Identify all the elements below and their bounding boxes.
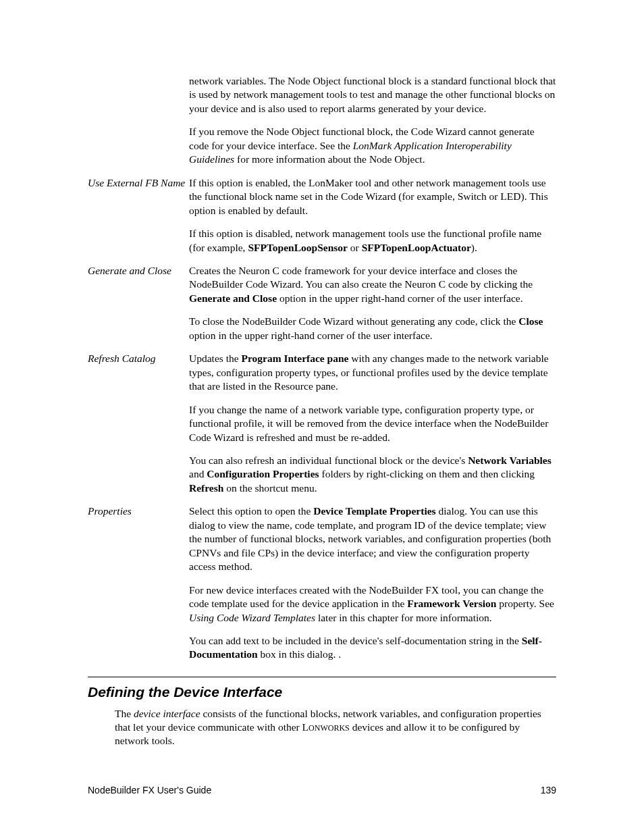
page-footer: NodeBuilder FX User's Guide 139 [88,784,556,796]
body-text: If you change the name of a network vari… [189,403,556,444]
body-text: Select this option to open the Device Te… [189,504,556,573]
page: network variables. The Node Object funct… [0,0,644,834]
table-row: Use External FB Name If this option is e… [88,176,556,255]
table-row: Refresh Catalog Updates the Program Inte… [88,352,556,495]
body-text: network variables. The Node Object funct… [189,74,556,115]
body-text: If this option is disabled, network mana… [189,227,556,255]
table-row: Generate and Close Creates the Neuron C … [88,264,556,342]
term-properties: Properties [88,504,189,662]
body-text: To close the NodeBuilder Code Wizard wit… [189,315,556,342]
footer-title: NodeBuilder FX User's Guide [88,784,211,796]
term-use-external-fb-name: Use External FB Name [88,176,189,255]
term-refresh-catalog: Refresh Catalog [88,352,189,495]
section-heading: Defining the Device Interface [88,677,556,702]
table-row: Properties Select this option to open th… [88,504,556,662]
definition-table: network variables. The Node Object funct… [88,74,556,662]
body-text: You can also refresh an individual funct… [189,454,556,495]
body-text: If you remove the Node Object functional… [189,125,556,166]
section-intro: The device interface consists of the fun… [88,707,556,748]
table-row: network variables. The Node Object funct… [88,74,556,167]
body-text: Creates the Neuron C code framework for … [189,264,556,305]
body-text: For new device interfaces created with t… [189,583,556,625]
body-text: Updates the Program Interface pane with … [189,352,556,393]
body-text: You can add text to be included in the d… [189,634,556,662]
page-number: 139 [541,784,556,796]
term-generate-and-close: Generate and Close [88,264,189,342]
body-text: If this option is enabled, the LonMaker … [189,176,556,217]
